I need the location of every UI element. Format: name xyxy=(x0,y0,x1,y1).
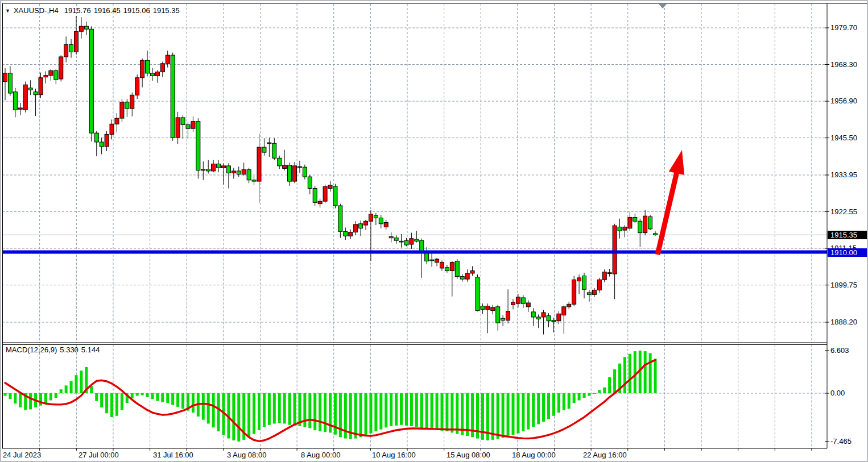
candle-body xyxy=(283,165,287,169)
macd-histogram-bar xyxy=(268,393,271,425)
candle-body xyxy=(633,217,637,221)
candle-body xyxy=(344,231,348,236)
macd-histogram-bar xyxy=(136,393,139,396)
candle-body xyxy=(562,307,566,315)
candle-body xyxy=(369,214,373,221)
candle-body xyxy=(176,118,180,138)
candle-body xyxy=(465,273,469,279)
up-arrow-head[interactable] xyxy=(669,150,684,175)
macd-histogram-bar xyxy=(308,393,311,428)
last-bar-marker-icon xyxy=(659,4,667,9)
candle-body xyxy=(160,64,164,72)
candle-body xyxy=(496,307,500,323)
candle-body xyxy=(623,227,627,230)
macd-histogram-bar xyxy=(410,393,413,426)
candle-body xyxy=(120,102,124,118)
macd-histogram-bar xyxy=(547,393,550,419)
macd-histogram-bar xyxy=(294,393,296,426)
candle-body xyxy=(135,78,139,95)
macd-histogram-bar xyxy=(359,393,362,437)
candle-body xyxy=(486,306,490,310)
macd-histogram-bar xyxy=(654,359,657,393)
candle-body xyxy=(232,171,235,173)
candle-body xyxy=(166,55,170,64)
candle-body xyxy=(557,314,561,321)
candle-body xyxy=(618,227,622,231)
candle-body xyxy=(293,166,297,181)
symbol-period-label: XAUUSD-,H4 xyxy=(14,6,59,15)
macd-histogram-bar xyxy=(445,393,448,431)
chart-title: ▼XAUUSD-,H41915.761916.451915.061915.35 xyxy=(5,6,183,15)
candle-body xyxy=(654,234,658,235)
macd-histogram-bar xyxy=(502,393,505,438)
macd-histogram-bar xyxy=(578,393,581,401)
candle-body xyxy=(155,72,159,76)
macd-histogram-bar xyxy=(141,393,144,395)
macd-histogram-bar xyxy=(156,393,159,401)
macd-histogram-bar xyxy=(516,393,519,433)
macd-histogram-bar xyxy=(258,393,261,430)
candle-body xyxy=(597,280,601,290)
candle-body xyxy=(201,169,205,170)
macd-histogram-bar xyxy=(512,393,515,435)
candle-body xyxy=(521,298,525,303)
candle-body xyxy=(212,164,216,170)
symbol-dropdown-icon[interactable]: ▼ xyxy=(5,8,10,14)
macd-histogram-bar xyxy=(324,393,326,432)
candle-body xyxy=(359,224,363,228)
candle-body xyxy=(323,186,327,201)
candle-body xyxy=(181,118,185,124)
macd-histogram-bar xyxy=(563,393,565,410)
candle-body xyxy=(450,263,454,271)
candle-body xyxy=(394,238,398,241)
candle-body xyxy=(531,312,535,317)
candle-body xyxy=(54,70,58,80)
macd-histogram-bar xyxy=(573,393,576,403)
candle-body xyxy=(613,226,617,274)
macd-histogram-bar xyxy=(634,351,636,393)
macd-histogram-bar xyxy=(542,393,545,422)
macd-histogram-bar xyxy=(644,351,647,393)
macd-histogram-bar xyxy=(166,393,169,403)
macd-histogram-bar xyxy=(202,393,205,420)
high-value: 1916.45 xyxy=(94,6,121,15)
candle-body xyxy=(491,307,495,311)
candle-body xyxy=(404,240,408,245)
candle-body xyxy=(44,76,48,77)
candle-body xyxy=(602,272,606,280)
candle-body xyxy=(384,223,388,227)
macd-histogram-bar xyxy=(395,393,398,426)
macd-histogram-bar xyxy=(436,393,439,430)
candle-body xyxy=(272,143,276,158)
macd-histogram-bar xyxy=(212,393,215,427)
candle-body xyxy=(3,73,7,82)
macd-histogram-bar xyxy=(232,393,235,440)
macd-histogram-bar xyxy=(146,393,149,397)
macd-histogram-bar xyxy=(623,357,626,393)
candle-body xyxy=(49,70,53,75)
macd-histogram-bar xyxy=(456,393,458,434)
macd-histogram-bar xyxy=(385,393,387,427)
up-arrow-shaft[interactable] xyxy=(658,170,677,255)
candle-body xyxy=(247,170,251,180)
candle-body xyxy=(79,26,83,31)
macd-histogram-bar xyxy=(497,393,499,439)
macd-histogram-bar xyxy=(9,393,11,399)
macd-histogram-bar xyxy=(181,393,184,409)
candle-body xyxy=(349,232,353,236)
macd-histogram-bar xyxy=(121,393,123,410)
candle-body xyxy=(217,164,221,168)
candle-body xyxy=(536,317,540,319)
candle-body xyxy=(638,221,642,232)
macd-histogram-bar xyxy=(19,393,22,407)
candle-body xyxy=(547,316,551,321)
macd-histogram-bar xyxy=(537,393,540,424)
candle-body xyxy=(592,290,596,294)
price-chart-canvas[interactable] xyxy=(1,1,868,462)
low-value: 1915.06 xyxy=(123,6,150,15)
candle-body xyxy=(516,297,520,303)
candle-body xyxy=(328,185,332,189)
candle-body xyxy=(34,92,38,95)
candle-body xyxy=(643,216,647,232)
candle-body xyxy=(587,293,591,294)
